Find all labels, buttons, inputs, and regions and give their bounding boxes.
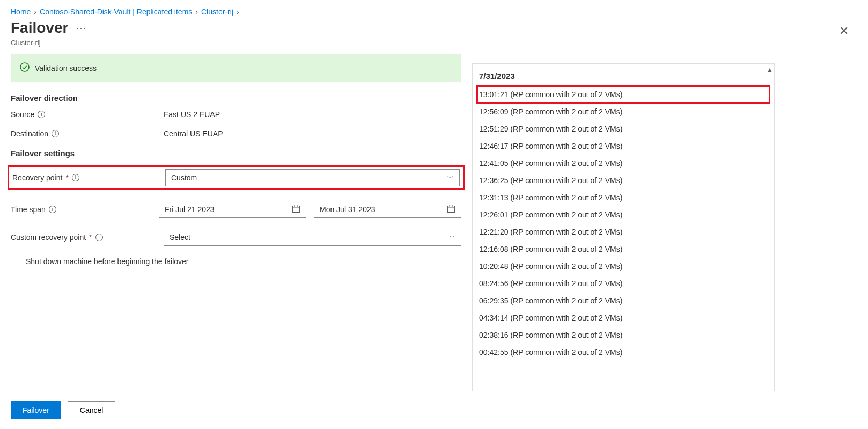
check-circle-icon xyxy=(20,62,30,74)
page-title: Failover xyxy=(11,19,68,37)
time-span-end-input[interactable]: Mon Jul 31 2023 xyxy=(314,201,461,218)
info-icon[interactable]: i xyxy=(49,206,56,213)
recovery-point-value: Custom xyxy=(171,173,197,182)
recovery-point-option[interactable]: 12:41:05 (RP common with 2 out of 2 VMs) xyxy=(477,155,770,172)
recovery-point-option[interactable]: 12:26:01 (RP common with 2 out of 2 VMs) xyxy=(477,206,770,223)
custom-recovery-point-select[interactable]: Select ﹀ xyxy=(164,229,461,246)
page-subtitle: Cluster-rij xyxy=(0,39,868,54)
recovery-point-list[interactable]: 7/31/2023 13:01:21 (RP common with 2 out… xyxy=(473,64,774,406)
recovery-point-option[interactable]: 08:24:56 (RP common with 2 out of 2 VMs) xyxy=(477,275,770,292)
info-icon[interactable]: i xyxy=(72,174,79,181)
required-marker: * xyxy=(89,233,92,242)
footer: Failover Cancel xyxy=(0,391,868,429)
recovery-point-option[interactable]: 12:56:09 (RP common with 2 out of 2 VMs) xyxy=(477,103,770,120)
recovery-point-option[interactable]: 12:21:20 (RP common with 2 out of 2 VMs) xyxy=(477,223,770,241)
svg-point-0 xyxy=(20,63,29,71)
time-span-start-value: Fri Jul 21 2023 xyxy=(165,205,215,214)
shutdown-checkbox[interactable] xyxy=(11,257,20,266)
chevron-right-icon: › xyxy=(195,8,198,16)
recovery-point-select[interactable]: Custom ﹀ xyxy=(165,169,460,186)
recovery-point-option[interactable]: 13:01:21 (RP common with 2 out of 2 VMs) xyxy=(477,86,770,103)
recovery-point-option[interactable]: 10:20:48 (RP common with 2 out of 2 VMs) xyxy=(477,258,770,275)
destination-label: Destination xyxy=(11,129,48,138)
recovery-point-date-header: 7/31/2023 xyxy=(477,69,770,86)
source-label: Source xyxy=(11,110,34,119)
section-failover-settings: Failover settings xyxy=(11,149,461,158)
recovery-point-option[interactable]: 12:51:29 (RP common with 2 out of 2 VMs) xyxy=(477,120,770,137)
recovery-point-option[interactable]: 02:38:16 (RP common with 2 out of 2 VMs) xyxy=(477,326,770,344)
recovery-point-option[interactable]: 00:42:55 (RP common with 2 out of 2 VMs) xyxy=(477,344,770,361)
scroll-up-icon[interactable]: ▲ xyxy=(767,66,773,74)
chevron-down-icon: ﹀ xyxy=(447,173,454,183)
recovery-point-option[interactable]: 04:34:14 (RP common with 2 out of 2 VMs) xyxy=(477,309,770,326)
chevron-right-icon: › xyxy=(237,8,239,16)
svg-rect-5 xyxy=(448,206,455,212)
recovery-point-option[interactable]: 12:16:08 (RP common with 2 out of 2 VMs) xyxy=(477,241,770,258)
close-button[interactable]: ✕ xyxy=(836,24,852,39)
breadcrumb-home[interactable]: Home xyxy=(11,8,31,16)
close-icon: ✕ xyxy=(839,24,849,38)
recovery-point-option[interactable]: 12:36:25 (RP common with 2 out of 2 VMs) xyxy=(477,172,770,189)
section-failover-direction: Failover direction xyxy=(11,93,461,103)
more-actions-button[interactable]: ··· xyxy=(76,23,87,34)
chevron-down-icon: ﹀ xyxy=(449,233,455,242)
calendar-icon xyxy=(447,205,455,215)
chevron-right-icon: › xyxy=(34,8,36,16)
destination-value: Central US EUAP xyxy=(164,129,461,138)
recovery-point-option[interactable]: 06:29:35 (RP common with 2 out of 2 VMs) xyxy=(477,292,770,309)
failover-button[interactable]: Failover xyxy=(11,401,61,419)
breadcrumb: Home › Contoso-Shared-Disk-Vault | Repli… xyxy=(0,0,868,19)
cancel-button[interactable]: Cancel xyxy=(68,401,116,419)
info-icon[interactable]: i xyxy=(38,111,45,118)
breadcrumb-vault[interactable]: Contoso-Shared-Disk-Vault | Replicated i… xyxy=(40,8,192,16)
required-marker: * xyxy=(65,173,68,182)
recovery-point-option[interactable]: 12:46:17 (RP common with 2 out of 2 VMs) xyxy=(477,137,770,155)
breadcrumb-cluster[interactable]: Cluster-rij xyxy=(201,8,233,16)
custom-recovery-point-label: Custom recovery point xyxy=(11,233,86,242)
recovery-point-label: Recovery point xyxy=(12,173,62,182)
shutdown-label: Shut down machine before beginning the f… xyxy=(26,257,189,266)
validation-banner: Validation success xyxy=(11,54,461,82)
time-span-end-value: Mon Jul 31 2023 xyxy=(320,205,376,214)
time-span-start-input[interactable]: Fri Jul 21 2023 xyxy=(159,201,306,218)
calendar-icon xyxy=(292,205,300,215)
recovery-point-option[interactable]: 12:31:13 (RP common with 2 out of 2 VMs) xyxy=(477,189,770,206)
source-value: East US 2 EUAP xyxy=(164,110,461,119)
info-icon[interactable]: i xyxy=(52,130,59,137)
recovery-point-dropdown-panel: ▲ 7/31/2023 13:01:21 (RP common with 2 o… xyxy=(472,63,775,407)
validation-message: Validation success xyxy=(35,64,97,72)
time-span-label: Time span xyxy=(11,205,46,214)
recovery-point-row-highlight: Recovery point * i Custom ﹀ xyxy=(8,165,465,190)
info-icon[interactable]: i xyxy=(95,234,103,241)
custom-recovery-point-value: Select xyxy=(170,233,190,242)
svg-rect-1 xyxy=(293,206,300,212)
